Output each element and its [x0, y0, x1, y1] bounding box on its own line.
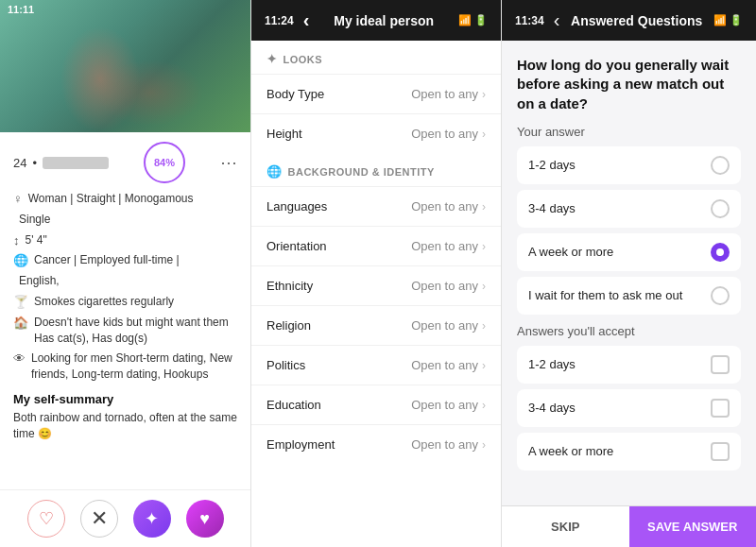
questions-back-button[interactable]: ‹: [554, 9, 560, 31]
politics-value: Open to any ›: [411, 358, 486, 372]
bg-section-label: 🌐 BACKGROUND & IDENTITY: [251, 153, 501, 186]
languages-row[interactable]: Languages Open to any ›: [251, 186, 501, 226]
checkbox-square-0: [711, 355, 730, 374]
profile-looking-row: 👁 Looking for men Short-term dating, New…: [13, 350, 237, 383]
looking-icon: 👁: [13, 351, 26, 366]
ethnicity-row[interactable]: Ethnicity Open to any ›: [251, 265, 501, 305]
checkbox-label-0: 1-2 days: [528, 357, 576, 371]
ideal-person-panel: 11:24 ‹ My ideal person 📶 🔋 ✦ LOOKS Body…: [250, 0, 501, 547]
radio-option-0[interactable]: 1-2 days: [517, 146, 741, 184]
profile-zodiac-row: 🌐 Cancer | Employed full-time |: [13, 252, 237, 268]
radio-circle-2: [711, 243, 730, 262]
accept-label: Answers you'll accept: [517, 324, 741, 338]
body-type-row[interactable]: Body Type Open to any ›: [251, 74, 501, 113]
politics-row[interactable]: Politics Open to any ›: [251, 345, 501, 385]
ideal-scroll: ✦ LOOKS Body Type Open to any › Height O…: [251, 41, 501, 547]
body-type-chevron: ›: [482, 88, 486, 101]
body-type-value: Open to any ›: [411, 87, 486, 101]
close-button[interactable]: ✕: [80, 500, 118, 538]
profile-zodiac: Cancer | Employed full-time |: [34, 252, 180, 268]
radio-label-2: A week or more: [528, 245, 613, 259]
body-type-label: Body Type: [266, 87, 324, 101]
politics-label: Politics: [266, 358, 305, 372]
checkbox-option-2[interactable]: A week or more: [517, 433, 741, 470]
radio-circle-3: [711, 286, 730, 305]
height-label: Height: [266, 127, 302, 141]
orientation-chevron: ›: [482, 240, 486, 253]
profile-kids-row: 🏠 Doesn't have kids but might want them …: [13, 315, 237, 347]
ethnicity-label: Ethnicity: [266, 279, 313, 293]
radio-option-2[interactable]: A week or more: [517, 233, 741, 271]
education-chevron: ›: [482, 399, 486, 412]
religion-label: Religion: [266, 318, 311, 333]
answered-questions-panel: 11:34 ‹ Answered Questions 📶 🔋 How long …: [501, 0, 756, 547]
questions-header: 11:34 ‹ Answered Questions 📶 🔋: [502, 0, 756, 41]
height-icon: ↕: [13, 233, 20, 248]
radio-option-3[interactable]: I wait for them to ask me out: [517, 277, 741, 315]
checkbox-label-1: 3-4 days: [528, 401, 576, 415]
questions-status-icons: 📶 🔋: [713, 14, 743, 26]
checkbox-option-1[interactable]: 3-4 days: [517, 389, 741, 427]
profile-name-age: 24 •: [13, 156, 109, 170]
questions-footer: SKIP SAVE ANSWER: [502, 505, 756, 547]
smoking-icon: 🍸: [13, 295, 28, 309]
skip-button[interactable]: SKIP: [502, 506, 629, 547]
religion-value: Open to any ›: [411, 318, 486, 333]
checkbox-square-1: [711, 399, 730, 418]
height-chevron: ›: [482, 128, 486, 141]
like-button[interactable]: ♥: [186, 500, 224, 538]
save-answer-button[interactable]: SAVE ANSWER: [629, 506, 757, 547]
orientation-value: Open to any ›: [411, 239, 486, 253]
questions-title: Answered Questions: [569, 13, 704, 28]
profile-name-blurred: [43, 157, 109, 169]
profile-status-row: Single: [13, 212, 237, 228]
questions-time: 11:34: [515, 14, 544, 27]
radio-label-1: 3-4 days: [528, 201, 576, 215]
ideal-time: 11:24: [265, 14, 294, 27]
radio-circle-0: [711, 156, 730, 175]
profile-dots-menu[interactable]: ⋯: [220, 152, 237, 173]
profile-gender-row: ♀ Woman | Straight | Monogamous: [13, 191, 237, 207]
summary-title: My self-summary: [13, 392, 237, 406]
ethnicity-value: Open to any ›: [411, 279, 486, 293]
employment-row[interactable]: Employment Open to any ›: [251, 424, 501, 464]
kids-icon: 🏠: [13, 316, 28, 330]
checkbox-square-2: [711, 442, 730, 461]
summary-text: Both rainbow and tornado, often at the s…: [13, 410, 237, 442]
height-row[interactable]: Height Open to any ›: [251, 113, 501, 153]
heart-button[interactable]: ♡: [27, 500, 65, 538]
ideal-header: 11:24 ‹ My ideal person 📶 🔋: [251, 0, 501, 41]
looks-section-label: ✦ LOOKS: [251, 41, 501, 74]
profile-kids: Doesn't have kids but might want them Ha…: [34, 315, 229, 347]
radio-option-1[interactable]: 3-4 days: [517, 190, 741, 228]
education-label: Education: [266, 398, 321, 412]
employment-value: Open to any ›: [411, 437, 486, 452]
education-row[interactable]: Education Open to any ›: [251, 385, 501, 424]
profile-height: 5' 4": [26, 232, 47, 248]
profile-language: English,: [19, 273, 60, 289]
ideal-title: My ideal person: [318, 13, 449, 28]
orientation-row[interactable]: Orientation Open to any ›: [251, 226, 501, 265]
ideal-back-button[interactable]: ‹: [303, 9, 310, 31]
religion-row[interactable]: Religion Open to any ›: [251, 305, 501, 345]
height-value: Open to any ›: [411, 127, 486, 141]
profile-smoking: Smokes cigarettes regularly: [34, 294, 174, 310]
languages-label: Languages: [266, 199, 327, 214]
religion-chevron: ›: [482, 319, 486, 333]
orientation-label: Orientation: [266, 239, 327, 253]
action-bar: ♡ ✕ ✦ ♥: [0, 489, 250, 547]
profile-status: Single: [19, 212, 50, 228]
profile-match-row: 24 • 84% ⋯: [13, 142, 237, 183]
match-percent: 84%: [144, 142, 185, 183]
profile-height-row: ↕ 5' 4": [13, 232, 237, 248]
checkbox-option-0[interactable]: 1-2 days: [517, 346, 741, 384]
boost-button[interactable]: ✦: [133, 500, 171, 538]
education-value: Open to any ›: [411, 398, 486, 412]
employment-chevron: ›: [482, 438, 486, 452]
radio-label-3: I wait for them to ask me out: [528, 288, 682, 302]
questions-body: How long do you generally wait before as…: [502, 41, 756, 505]
profile-gender-text: Woman | Straight | Monogamous: [28, 191, 194, 207]
radio-circle-1: [711, 199, 730, 218]
ideal-status-icons: 📶 🔋: [458, 14, 488, 26]
checkbox-label-2: A week or more: [528, 444, 613, 458]
